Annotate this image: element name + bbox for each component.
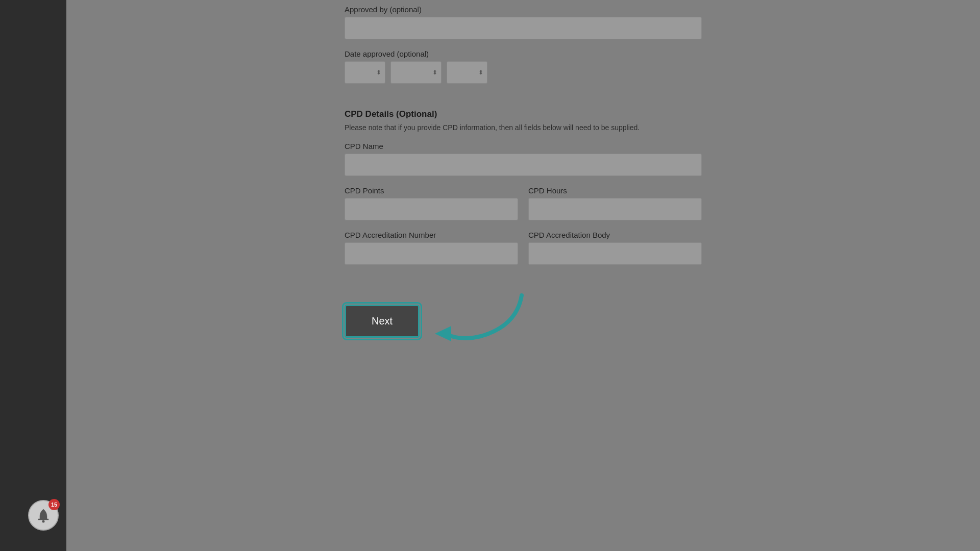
notification-count: 15: [48, 499, 60, 510]
approved-by-input[interactable]: [345, 17, 702, 39]
year-select[interactable]: [447, 61, 487, 84]
cpd-accreditation-number-label: CPD Accreditation Number: [345, 231, 518, 239]
form-container: Approved by (optional) Date approved (op…: [345, 0, 702, 357]
notification-badge[interactable]: 15: [28, 500, 59, 531]
cpd-section-title: CPD Details (Optional): [345, 109, 702, 119]
cpd-section: CPD Details (Optional) Please note that …: [345, 109, 702, 265]
cpd-hours-input[interactable]: [528, 198, 702, 220]
cpd-name-field: CPD Name: [345, 142, 702, 176]
arrow-indicator: [430, 285, 532, 357]
day-select[interactable]: [345, 61, 385, 84]
cpd-points-input[interactable]: [345, 198, 518, 220]
cpd-accreditation-row: CPD Accreditation Number CPD Accreditati…: [345, 231, 702, 265]
notification-icon: [36, 508, 51, 523]
cpd-accreditation-number-field: CPD Accreditation Number: [345, 231, 518, 265]
svg-point-1: [42, 520, 45, 523]
left-sidebar: [0, 0, 66, 551]
cpd-name-input[interactable]: [345, 154, 702, 176]
date-approved-section: Date approved (optional): [345, 49, 702, 84]
cpd-points-hours-row: CPD Points CPD Hours: [345, 186, 702, 220]
month-select[interactable]: [390, 61, 442, 84]
next-button-area: Next: [345, 285, 702, 357]
cpd-points-field: CPD Points: [345, 186, 518, 220]
cpd-accreditation-body-input[interactable]: [528, 242, 702, 265]
cpd-accreditation-body-label: CPD Accreditation Body: [528, 231, 702, 239]
svg-marker-0: [435, 326, 451, 341]
main-content: Approved by (optional) Date approved (op…: [66, 0, 980, 551]
approved-by-label: Approved by (optional): [345, 5, 702, 14]
next-button[interactable]: Next: [345, 305, 420, 338]
month-select-wrapper: [390, 61, 442, 84]
cpd-hours-label: CPD Hours: [528, 186, 702, 195]
notification-circle[interactable]: 15: [28, 500, 59, 531]
cpd-section-description: Please note that if you provide CPD info…: [345, 123, 702, 132]
cpd-accreditation-body-field: CPD Accreditation Body: [528, 231, 702, 265]
date-row: [345, 61, 702, 84]
year-select-wrapper: [447, 61, 487, 84]
cpd-points-label: CPD Points: [345, 186, 518, 195]
approved-by-section: Approved by (optional): [345, 5, 702, 39]
date-approved-label: Date approved (optional): [345, 49, 702, 58]
cpd-hours-field: CPD Hours: [528, 186, 702, 220]
cpd-accreditation-number-input[interactable]: [345, 242, 518, 265]
day-select-wrapper: [345, 61, 385, 84]
cpd-name-label: CPD Name: [345, 142, 702, 151]
